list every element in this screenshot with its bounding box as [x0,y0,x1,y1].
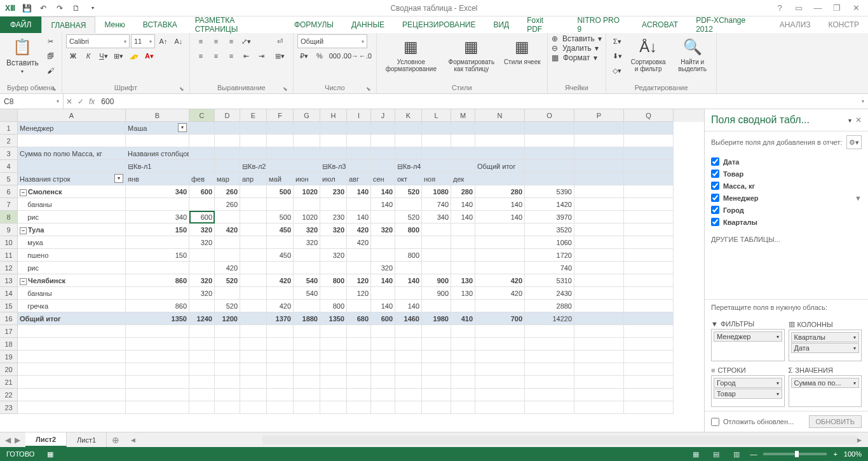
row-header-14[interactable]: 14 [0,287,18,300]
cell-M20[interactable] [451,363,475,376]
cell-O9[interactable]: 3520 [525,224,574,236]
cell-L1[interactable] [422,122,451,135]
tab-menu[interactable]: Меню [95,17,133,33]
field-Кварталы[interactable]: Кварталы [711,216,862,228]
cell-M10[interactable] [451,236,475,249]
qat-customize[interactable]: ▾ [85,1,100,15]
row-header-5[interactable]: 5 [0,173,18,185]
cell-B20[interactable] [126,363,189,376]
cell-N20[interactable] [475,363,525,376]
decrease-decimal-button[interactable]: ←.0 [358,49,372,63]
cell-F5[interactable]: май [267,173,294,185]
cell-I23[interactable] [347,401,371,414]
cell-I9[interactable]: 420 [347,224,371,236]
cell-I4[interactable] [347,160,371,173]
cell-C4[interactable] [189,160,215,173]
cell-I2[interactable] [347,135,371,147]
cell-D12[interactable]: 420 [215,262,240,274]
merge-button[interactable]: ⊞▾ [271,49,289,63]
cell-N15[interactable] [475,300,525,312]
cell-B14[interactable] [126,287,189,300]
cell-D14[interactable] [215,287,240,300]
cell-K10[interactable] [395,236,422,249]
cell-L6[interactable]: 1080 [422,185,451,198]
cell-D16[interactable]: 1200 [215,312,240,325]
cell-D21[interactable] [215,376,240,389]
column-header-L[interactable]: L [422,109,451,122]
cell-P18[interactable] [574,338,624,351]
wrap-text-button[interactable]: ⏎ [271,34,289,48]
tab-nitro[interactable]: NITRO PRO 9 [568,17,633,33]
cell-F2[interactable] [267,135,294,147]
cell-L20[interactable] [422,363,451,376]
cell-F19[interactable] [267,351,294,363]
row-header-13[interactable]: 13 [0,274,18,287]
cell-F18[interactable] [267,338,294,351]
cell-A7[interactable]: бананы [18,198,126,211]
cell-J15[interactable]: 140 [371,300,395,312]
cell-K17[interactable] [395,325,422,338]
underline-button[interactable]: Ч▾ [97,49,111,63]
cell-N10[interactable] [475,236,525,249]
row-header-6[interactable]: 6 [0,185,18,198]
pane-settings-button[interactable]: ⚙▾ [846,135,862,149]
delete-cells-button[interactable]: ⊖ Удалить ▾ [552,44,599,53]
cell-C5[interactable]: фев [189,173,215,185]
cell-F1[interactable] [267,122,294,135]
cell-C3[interactable] [189,147,215,160]
cut-button[interactable]: ✂ [44,34,58,48]
cell-J11[interactable] [371,249,395,262]
cell-K16[interactable]: 1460 [395,312,422,325]
bold-button[interactable]: Ж [66,49,80,63]
zoom-out-button[interactable]: — [750,450,757,458]
new-file-button[interactable]: 🗋 [69,1,84,15]
cell-H5[interactable]: июл [320,173,347,185]
cell-C19[interactable] [189,351,215,363]
cell-J9[interactable]: 320 [371,224,395,236]
cell-C22[interactable] [189,389,215,401]
page-layout-view-button[interactable]: ▤ [709,448,723,460]
field-checkbox[interactable] [711,194,719,202]
cell-H21[interactable] [320,376,347,389]
align-right-button[interactable]: ≡ [224,49,238,63]
cell-L3[interactable] [422,147,451,160]
grid-body[interactable]: 1МенеджерМаша▾23Сумма по полю Масса, кгН… [0,122,704,414]
cell-B8[interactable]: 340 [126,211,189,224]
cell-M11[interactable] [451,249,475,262]
cell-K7[interactable] [395,198,422,211]
select-all-corner[interactable] [0,109,18,122]
macro-record-icon[interactable]: ▦ [47,450,53,458]
cell-A16[interactable]: Общий итог [18,312,126,325]
cell-J3[interactable] [371,147,395,160]
cell-A3[interactable]: Сумма по полю Масса, кг [18,147,126,160]
fill-color-button[interactable]: ◢▾ [127,49,141,63]
cell-M8[interactable]: 140 [451,211,475,224]
cell-F8[interactable]: 500 [267,211,294,224]
cell-Q11[interactable] [624,249,674,262]
cell-J18[interactable] [371,338,395,351]
cell-D1[interactable] [215,122,240,135]
cell-Q23[interactable] [624,401,674,414]
cell-J19[interactable] [371,351,395,363]
cell-I10[interactable]: 420 [347,236,371,249]
cell-B21[interactable] [126,376,189,389]
cell-C21[interactable] [189,376,215,389]
cell-A1[interactable]: Менеджер [18,122,126,135]
cell-B16[interactable]: 1350 [126,312,189,325]
cell-N1[interactable] [475,122,525,135]
cell-D19[interactable] [215,351,240,363]
refresh-button[interactable]: ОБНОВИТЬ [809,415,862,428]
cell-Q1[interactable] [624,122,674,135]
cell-F13[interactable]: 420 [267,274,294,287]
tab-file[interactable]: ФАЙЛ [0,17,41,33]
cell-A23[interactable] [18,401,126,414]
tab-foxit[interactable]: Foxit PDF [518,17,568,33]
row-header-19[interactable]: 19 [0,351,18,363]
cell-O19[interactable] [525,351,574,363]
row-header-2[interactable]: 2 [0,135,18,147]
area-item-Дата[interactable]: Дата▾ [791,343,860,353]
cell-K3[interactable] [395,147,422,160]
cell-Q17[interactable] [624,325,674,338]
cell-P12[interactable] [574,262,624,274]
cell-Q6[interactable] [624,185,674,198]
